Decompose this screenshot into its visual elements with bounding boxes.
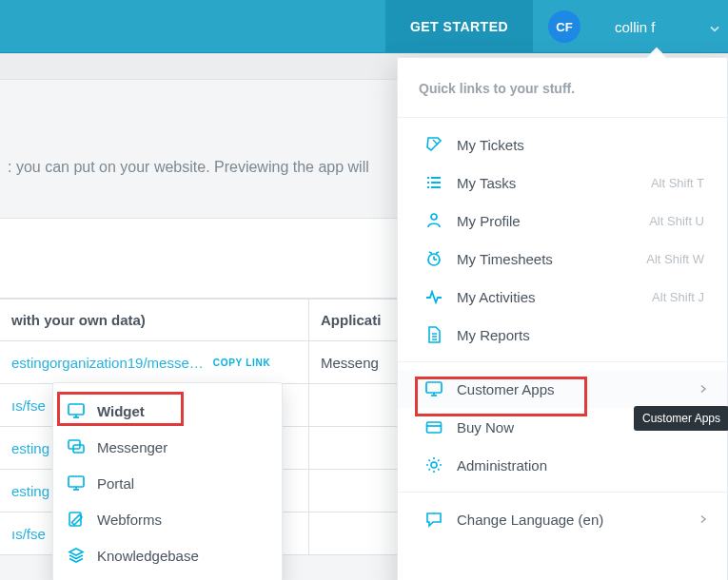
chevron-right-icon (697, 512, 710, 526)
menu-item-label: My Activities (457, 289, 536, 305)
keyboard-shortcut: Alt Shift J (652, 290, 704, 304)
app-url-link[interactable]: esting (11, 440, 49, 456)
quicklink-my-tasks[interactable]: My Tasks Alt Shift T (398, 164, 727, 202)
menu-item-label: My Reports (457, 327, 530, 343)
dropdown-header: Quick links to your stuff. (398, 58, 727, 109)
divider (398, 492, 727, 493)
quicklink-my-reports[interactable]: My Reports (398, 316, 727, 354)
quicklink-administration[interactable]: Administration (398, 446, 727, 484)
menu-item-label: Change Language (en) (457, 512, 603, 528)
menu-item-label: Customer Apps (457, 381, 555, 397)
divider (398, 117, 727, 118)
user-quicklinks-dropdown: Quick links to your stuff. My Tickets My… (397, 57, 728, 580)
ticket-icon (424, 135, 443, 154)
app-type-widget[interactable]: Widget (53, 393, 282, 429)
doc-icon (424, 325, 443, 344)
app-url-link[interactable]: esting (11, 483, 49, 499)
keyboard-shortcut: Alt Shift W (646, 252, 704, 266)
menu-item-label: Knowledgebase (97, 548, 199, 564)
top-bar: GET STARTED CF collin f (0, 0, 728, 53)
pulse-icon (424, 287, 443, 306)
gear-icon (424, 455, 443, 474)
chat-icon (67, 437, 86, 456)
app-url-link[interactable]: estingorganization19/messe… (11, 355, 204, 371)
application-type-menu: WidgetMessengerPortalWebformsKnowledgeba… (52, 382, 283, 580)
menu-item-label: Messenger (97, 439, 167, 455)
menu-item-label: My Timesheets (457, 251, 553, 267)
menu-item-label: Portal (97, 475, 134, 492)
app-type-knowledgebase[interactable]: Knowledgebase (53, 537, 282, 573)
chevron-right-icon (697, 382, 710, 396)
quicklink-my-tickets[interactable]: My Tickets (398, 126, 727, 164)
keyboard-shortcut: Alt Shift T (651, 176, 704, 190)
app-type-portal[interactable]: Portal (53, 465, 282, 501)
quicklink-change-language[interactable]: Change Language (en) (398, 500, 727, 538)
list-icon (424, 173, 443, 192)
person-icon (424, 211, 443, 230)
quicklink-my-activities[interactable]: My Activities Alt Shift J (398, 278, 727, 316)
app-url-link[interactable]: ıs/fse (11, 526, 46, 542)
menu-item-label: Administration (457, 457, 547, 474)
menu-item-label: My Tasks (457, 175, 516, 191)
monitor-icon (424, 379, 443, 398)
quicklink-my-timesheets[interactable]: My Timesheets Alt Shift W (398, 240, 727, 278)
menu-item-label: Widget (97, 403, 145, 419)
column-header-url: with your own data) (0, 300, 309, 340)
get-started-button[interactable]: GET STARTED (385, 0, 533, 53)
menu-item-label: Buy Now (457, 419, 514, 435)
divider (398, 361, 727, 362)
stack-icon (67, 546, 86, 565)
avatar[interactable]: CF (548, 10, 580, 43)
speech-icon (424, 510, 443, 529)
quicklink-customer-apps[interactable]: Customer Apps (398, 370, 727, 408)
app-type-webforms[interactable]: Webforms (53, 501, 282, 537)
monitor-icon (67, 401, 86, 420)
menu-item-label: My Tickets (457, 137, 524, 153)
monitor-icon (67, 474, 86, 493)
menu-item-label: My Profile (457, 213, 521, 229)
card-icon (424, 417, 443, 436)
quicklink-my-profile[interactable]: My Profile Alt Shift U (398, 202, 727, 240)
copy-link-button[interactable]: COPY LINK (213, 358, 271, 368)
tooltip-customer-apps: Customer Apps (634, 406, 728, 431)
menu-item-label: Webforms (97, 512, 162, 528)
clock-icon (424, 249, 443, 268)
edit-icon (67, 510, 86, 529)
keyboard-shortcut: Alt Shift U (649, 214, 704, 228)
app-url-link[interactable]: ıs/fse (11, 397, 46, 414)
app-type-messenger[interactable]: Messenger (53, 429, 282, 465)
username-label[interactable]: collin f (615, 0, 656, 53)
chevron-down-icon (707, 21, 722, 36)
app-name-cell: Messeng (309, 355, 390, 371)
